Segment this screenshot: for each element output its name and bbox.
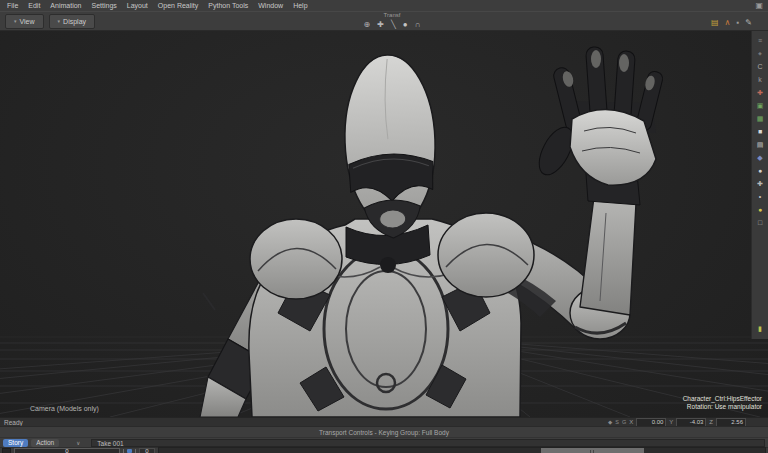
- selection-name: Character_Ctrl:HipsEffector: [683, 395, 762, 403]
- menu-item[interactable]: Help: [288, 0, 312, 11]
- frame-count-field[interactable]: 0: [139, 448, 155, 453]
- key-icon[interactable]: ◆: [608, 419, 612, 425]
- selection-info: Character_Ctrl:HipsEffector Rotation: Us…: [683, 395, 762, 411]
- selector-icon[interactable]: ⌖: [758, 47, 762, 60]
- timeline-track[interactable]: [158, 447, 766, 453]
- bounds-icon[interactable]: □: [758, 216, 762, 229]
- grip-icon: [590, 450, 591, 453]
- constraint-icon[interactable]: C: [757, 60, 762, 73]
- transport-title: Transport Controls - Keying Group: Full …: [319, 429, 449, 436]
- menu-item[interactable]: Animation: [45, 0, 86, 11]
- y-axis-label: Y: [669, 419, 673, 425]
- menu-item[interactable]: Settings: [86, 0, 121, 11]
- ik-pivot-icon[interactable]: k: [758, 73, 762, 86]
- view-menu-button[interactable]: ▾ View: [5, 14, 44, 29]
- x-axis-label: X: [629, 419, 633, 425]
- viewport-3d-render: [0, 31, 768, 417]
- image-plane-icon[interactable]: ▦: [757, 112, 764, 125]
- view-menu-label: View: [20, 18, 35, 25]
- menu-item[interactable]: Window: [253, 0, 288, 11]
- chevron-down-icon: ▾: [14, 18, 17, 24]
- viewport-3d[interactable]: ≡ ⌖ C k ✚ ▣ ▦ ■ ▤ ◆ ● ✚: [0, 31, 768, 417]
- pen-icon[interactable]: ✎: [745, 18, 752, 28]
- global-space-icon[interactable]: G: [622, 419, 626, 425]
- menu-item[interactable]: Layout: [122, 0, 153, 11]
- divider: [135, 449, 136, 453]
- take-field[interactable]: Take 001: [91, 439, 765, 447]
- divider: [123, 449, 124, 453]
- material-icon[interactable]: ◆: [757, 151, 762, 164]
- cube-primitive-icon[interactable]: ■: [758, 125, 762, 138]
- display-menu-label: Display: [63, 18, 86, 25]
- point-icon[interactable]: •: [759, 190, 761, 203]
- status-bar: Ready ◆ S G X 0.00 Y -4.03 Z 2.56: [0, 417, 768, 426]
- menu-bar: File Edit Animation Settings Layout Open…: [0, 0, 768, 11]
- curves-icon[interactable]: ∧: [725, 18, 731, 28]
- light-icon[interactable]: ●: [758, 203, 762, 216]
- timeline-marker-icon[interactable]: [127, 449, 132, 453]
- screen-space-icon[interactable]: S: [615, 419, 619, 425]
- transport-bar: 0 0: [0, 447, 768, 453]
- status-text: Ready: [4, 419, 23, 426]
- marker-icon[interactable]: ✚: [757, 86, 763, 99]
- current-frame-field[interactable]: 0: [14, 448, 120, 453]
- window-icon[interactable]: ▣: [755, 0, 763, 11]
- menu-item[interactable]: Open Reality: [153, 0, 203, 11]
- texture-icon[interactable]: ▣: [757, 99, 764, 112]
- manipulator-mode: Rotation: Use manipulator: [683, 403, 762, 411]
- sphere-primitive-icon[interactable]: ●: [758, 164, 762, 177]
- snap-icon[interactable]: ▪: [736, 18, 739, 28]
- trajectory-tool-icon[interactable]: ╲: [391, 19, 396, 30]
- menu-item[interactable]: Edit: [23, 0, 45, 11]
- transport-controls-header[interactable]: Transport Controls - Keying Group: Full …: [0, 426, 768, 437]
- arc-tool-icon[interactable]: ∩: [415, 19, 421, 30]
- story-bar: Story Action ∨ Take 001: [0, 437, 768, 447]
- take-label: Take 001: [97, 440, 123, 447]
- handle-grip-icon[interactable]: ≡: [758, 34, 762, 47]
- story-button[interactable]: Story: [3, 439, 28, 447]
- viewport-side-toolbar: ≡ ⌖ C k ✚ ▣ ▦ ■ ▤ ◆ ● ✚: [751, 31, 768, 339]
- viewport-toolbar: ▾ View ▾ Display Transf ⊕ ✚ ╲ ● ∩: [0, 11, 768, 31]
- timeline-corner-cell: [2, 448, 11, 453]
- chevron-down-icon[interactable]: ∨: [62, 440, 88, 446]
- timeline-scrollbar-handle[interactable]: [541, 448, 644, 453]
- toolbar-right-icons: ▤ ∧ ▪ ✎: [711, 18, 752, 28]
- plugin-icon[interactable]: ▮: [758, 322, 762, 335]
- z-axis-label: Z: [709, 419, 713, 425]
- camera-label: Camera (Models only): [30, 405, 99, 412]
- menu-item[interactable]: File: [2, 0, 23, 11]
- grip-icon: [593, 450, 594, 453]
- timeline-tracks-icon[interactable]: ▤: [711, 18, 719, 28]
- transform-toolbar-label: Transf: [344, 12, 440, 19]
- menu-item[interactable]: Python Tools: [203, 0, 253, 11]
- layers-icon[interactable]: ▤: [757, 138, 764, 151]
- display-menu-button[interactable]: ▾ Display: [49, 14, 95, 29]
- move-tool-icon[interactable]: ✚: [757, 177, 763, 190]
- keyframe-tool-icon[interactable]: ●: [403, 19, 408, 30]
- translate-manipulator-icon[interactable]: ✚: [377, 19, 384, 30]
- rotate-manipulator-icon[interactable]: ⊕: [364, 19, 371, 30]
- chevron-down-icon: ▾: [58, 18, 61, 24]
- transform-toolbar: Transf ⊕ ✚ ╲ ● ∩: [344, 12, 440, 30]
- action-mode-button[interactable]: Action: [31, 439, 59, 447]
- motionbuilder-window: File Edit Animation Settings Layout Open…: [0, 0, 768, 453]
